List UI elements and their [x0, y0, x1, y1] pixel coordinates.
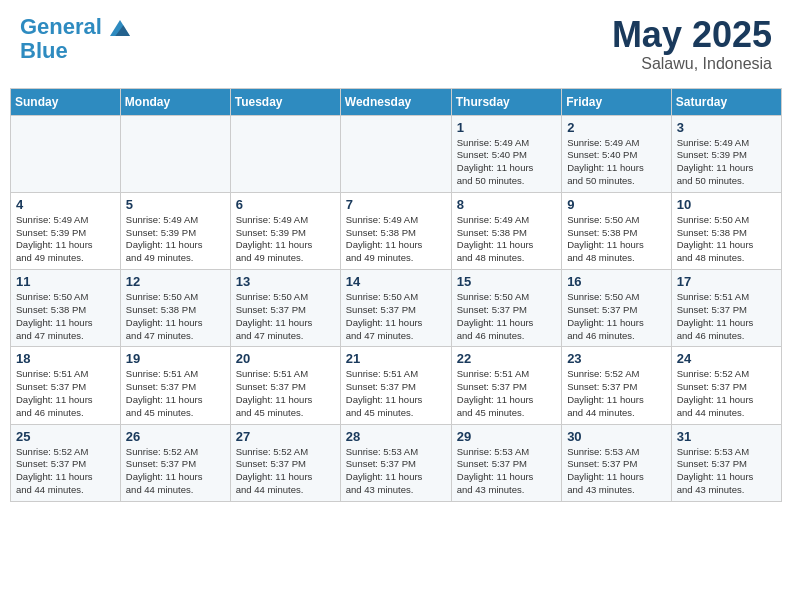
- calendar-cell: 17Sunrise: 5:51 AM Sunset: 5:37 PM Dayli…: [671, 270, 781, 347]
- calendar-cell: 3Sunrise: 5:49 AM Sunset: 5:39 PM Daylig…: [671, 115, 781, 192]
- logo: General Blue: [20, 15, 130, 63]
- calendar-cell: 14Sunrise: 5:50 AM Sunset: 5:37 PM Dayli…: [340, 270, 451, 347]
- calendar-cell: [120, 115, 230, 192]
- calendar-cell: 18Sunrise: 5:51 AM Sunset: 5:37 PM Dayli…: [11, 347, 121, 424]
- calendar-week-3: 11Sunrise: 5:50 AM Sunset: 5:38 PM Dayli…: [11, 270, 782, 347]
- day-info: Sunrise: 5:53 AM Sunset: 5:37 PM Dayligh…: [457, 446, 556, 497]
- day-number: 23: [567, 351, 666, 366]
- calendar-cell: 10Sunrise: 5:50 AM Sunset: 5:38 PM Dayli…: [671, 192, 781, 269]
- day-info: Sunrise: 5:50 AM Sunset: 5:37 PM Dayligh…: [457, 291, 556, 342]
- day-number: 4: [16, 197, 115, 212]
- day-number: 18: [16, 351, 115, 366]
- calendar-cell: 23Sunrise: 5:52 AM Sunset: 5:37 PM Dayli…: [562, 347, 672, 424]
- day-header-friday: Friday: [562, 88, 672, 115]
- day-info: Sunrise: 5:51 AM Sunset: 5:37 PM Dayligh…: [16, 368, 115, 419]
- day-number: 25: [16, 429, 115, 444]
- day-info: Sunrise: 5:50 AM Sunset: 5:38 PM Dayligh…: [126, 291, 225, 342]
- day-number: 16: [567, 274, 666, 289]
- day-info: Sunrise: 5:52 AM Sunset: 5:37 PM Dayligh…: [677, 368, 776, 419]
- calendar-cell: 25Sunrise: 5:52 AM Sunset: 5:37 PM Dayli…: [11, 424, 121, 501]
- calendar-cell: [11, 115, 121, 192]
- calendar-table: SundayMondayTuesdayWednesdayThursdayFrid…: [10, 88, 782, 502]
- calendar-cell: 11Sunrise: 5:50 AM Sunset: 5:38 PM Dayli…: [11, 270, 121, 347]
- calendar-cell: 24Sunrise: 5:52 AM Sunset: 5:37 PM Dayli…: [671, 347, 781, 424]
- page-header: General Blue May 2025 Salawu, Indonesia: [10, 10, 782, 78]
- day-number: 26: [126, 429, 225, 444]
- day-number: 28: [346, 429, 446, 444]
- calendar-cell: 1Sunrise: 5:49 AM Sunset: 5:40 PM Daylig…: [451, 115, 561, 192]
- calendar-cell: 27Sunrise: 5:52 AM Sunset: 5:37 PM Dayli…: [230, 424, 340, 501]
- day-info: Sunrise: 5:49 AM Sunset: 5:39 PM Dayligh…: [677, 137, 776, 188]
- day-number: 5: [126, 197, 225, 212]
- calendar-cell: 20Sunrise: 5:51 AM Sunset: 5:37 PM Dayli…: [230, 347, 340, 424]
- calendar-cell: 8Sunrise: 5:49 AM Sunset: 5:38 PM Daylig…: [451, 192, 561, 269]
- calendar-week-1: 1Sunrise: 5:49 AM Sunset: 5:40 PM Daylig…: [11, 115, 782, 192]
- calendar-cell: 31Sunrise: 5:53 AM Sunset: 5:37 PM Dayli…: [671, 424, 781, 501]
- calendar-cell: 6Sunrise: 5:49 AM Sunset: 5:39 PM Daylig…: [230, 192, 340, 269]
- day-info: Sunrise: 5:50 AM Sunset: 5:37 PM Dayligh…: [567, 291, 666, 342]
- day-number: 20: [236, 351, 335, 366]
- day-number: 31: [677, 429, 776, 444]
- calendar-cell: 30Sunrise: 5:53 AM Sunset: 5:37 PM Dayli…: [562, 424, 672, 501]
- calendar-cell: 9Sunrise: 5:50 AM Sunset: 5:38 PM Daylig…: [562, 192, 672, 269]
- calendar-week-5: 25Sunrise: 5:52 AM Sunset: 5:37 PM Dayli…: [11, 424, 782, 501]
- day-info: Sunrise: 5:51 AM Sunset: 5:37 PM Dayligh…: [677, 291, 776, 342]
- day-info: Sunrise: 5:50 AM Sunset: 5:37 PM Dayligh…: [236, 291, 335, 342]
- day-header-saturday: Saturday: [671, 88, 781, 115]
- calendar-cell: 29Sunrise: 5:53 AM Sunset: 5:37 PM Dayli…: [451, 424, 561, 501]
- day-header-monday: Monday: [120, 88, 230, 115]
- location: Salawu, Indonesia: [612, 55, 772, 73]
- day-header-tuesday: Tuesday: [230, 88, 340, 115]
- day-number: 14: [346, 274, 446, 289]
- day-header-wednesday: Wednesday: [340, 88, 451, 115]
- day-info: Sunrise: 5:49 AM Sunset: 5:39 PM Dayligh…: [236, 214, 335, 265]
- day-info: Sunrise: 5:51 AM Sunset: 5:37 PM Dayligh…: [236, 368, 335, 419]
- day-number: 11: [16, 274, 115, 289]
- day-info: Sunrise: 5:50 AM Sunset: 5:37 PM Dayligh…: [346, 291, 446, 342]
- day-number: 6: [236, 197, 335, 212]
- calendar-cell: 12Sunrise: 5:50 AM Sunset: 5:38 PM Dayli…: [120, 270, 230, 347]
- calendar-cell: 28Sunrise: 5:53 AM Sunset: 5:37 PM Dayli…: [340, 424, 451, 501]
- day-number: 1: [457, 120, 556, 135]
- day-number: 2: [567, 120, 666, 135]
- day-info: Sunrise: 5:49 AM Sunset: 5:40 PM Dayligh…: [457, 137, 556, 188]
- day-info: Sunrise: 5:49 AM Sunset: 5:40 PM Dayligh…: [567, 137, 666, 188]
- calendar-cell: 19Sunrise: 5:51 AM Sunset: 5:37 PM Dayli…: [120, 347, 230, 424]
- calendar-cell: 4Sunrise: 5:49 AM Sunset: 5:39 PM Daylig…: [11, 192, 121, 269]
- calendar-header-row: SundayMondayTuesdayWednesdayThursdayFrid…: [11, 88, 782, 115]
- calendar-cell: 26Sunrise: 5:52 AM Sunset: 5:37 PM Dayli…: [120, 424, 230, 501]
- day-number: 27: [236, 429, 335, 444]
- day-info: Sunrise: 5:51 AM Sunset: 5:37 PM Dayligh…: [346, 368, 446, 419]
- calendar-week-4: 18Sunrise: 5:51 AM Sunset: 5:37 PM Dayli…: [11, 347, 782, 424]
- day-info: Sunrise: 5:52 AM Sunset: 5:37 PM Dayligh…: [567, 368, 666, 419]
- day-number: 10: [677, 197, 776, 212]
- day-header-sunday: Sunday: [11, 88, 121, 115]
- day-info: Sunrise: 5:50 AM Sunset: 5:38 PM Dayligh…: [677, 214, 776, 265]
- day-number: 21: [346, 351, 446, 366]
- day-number: 29: [457, 429, 556, 444]
- calendar-cell: [230, 115, 340, 192]
- day-number: 19: [126, 351, 225, 366]
- day-info: Sunrise: 5:49 AM Sunset: 5:39 PM Dayligh…: [16, 214, 115, 265]
- day-info: Sunrise: 5:50 AM Sunset: 5:38 PM Dayligh…: [16, 291, 115, 342]
- month-year: May 2025: [612, 15, 772, 55]
- day-number: 3: [677, 120, 776, 135]
- calendar-week-2: 4Sunrise: 5:49 AM Sunset: 5:39 PM Daylig…: [11, 192, 782, 269]
- day-info: Sunrise: 5:50 AM Sunset: 5:38 PM Dayligh…: [567, 214, 666, 265]
- day-number: 12: [126, 274, 225, 289]
- calendar-cell: 13Sunrise: 5:50 AM Sunset: 5:37 PM Dayli…: [230, 270, 340, 347]
- day-info: Sunrise: 5:49 AM Sunset: 5:38 PM Dayligh…: [457, 214, 556, 265]
- day-info: Sunrise: 5:51 AM Sunset: 5:37 PM Dayligh…: [457, 368, 556, 419]
- day-info: Sunrise: 5:52 AM Sunset: 5:37 PM Dayligh…: [236, 446, 335, 497]
- day-info: Sunrise: 5:52 AM Sunset: 5:37 PM Dayligh…: [126, 446, 225, 497]
- day-info: Sunrise: 5:49 AM Sunset: 5:38 PM Dayligh…: [346, 214, 446, 265]
- day-number: 24: [677, 351, 776, 366]
- day-info: Sunrise: 5:49 AM Sunset: 5:39 PM Dayligh…: [126, 214, 225, 265]
- day-number: 13: [236, 274, 335, 289]
- logo-text: General Blue: [20, 15, 130, 63]
- calendar-cell: 7Sunrise: 5:49 AM Sunset: 5:38 PM Daylig…: [340, 192, 451, 269]
- title-block: May 2025 Salawu, Indonesia: [612, 15, 772, 73]
- day-number: 30: [567, 429, 666, 444]
- calendar-cell: 21Sunrise: 5:51 AM Sunset: 5:37 PM Dayli…: [340, 347, 451, 424]
- day-info: Sunrise: 5:53 AM Sunset: 5:37 PM Dayligh…: [677, 446, 776, 497]
